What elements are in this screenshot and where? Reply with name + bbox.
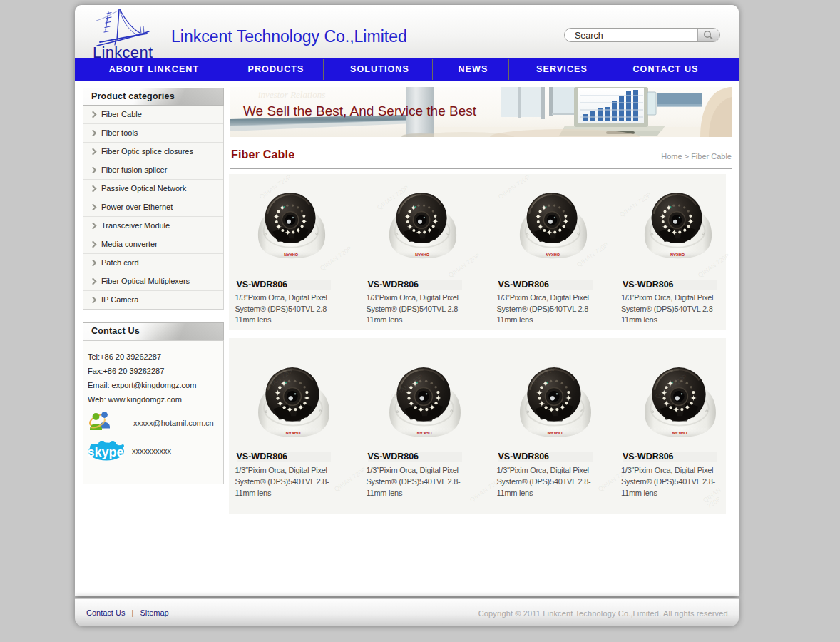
svg-text:investor Relations: investor Relations [258, 89, 325, 100]
svg-text:skype: skype [88, 445, 124, 459]
